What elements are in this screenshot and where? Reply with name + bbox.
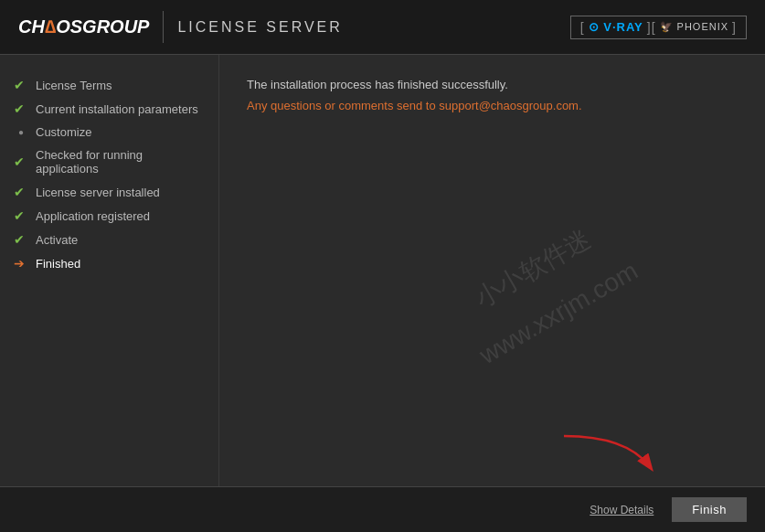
show-details-link[interactable]: Show Details [590,504,653,516]
sidebar-item-label: License Terms [36,79,112,92]
success-message: The installation process has finished su… [247,78,738,91]
main-area: ✔ License Terms ✔ Current installation p… [0,55,765,486]
sidebar-item-label: Current installation parameters [36,102,198,116]
chaos-logo: CH∆OSGROUP [18,16,149,37]
phoenix-icon: 🦅 PHOENIX [660,21,729,33]
sidebar-item-license-installed: ✔ License server installed [14,180,205,204]
sidebar-item-customize: ● Customize [14,121,205,144]
sidebar-item-label: Application registered [36,209,150,223]
content-panel: The installation process has finished su… [219,55,765,486]
finish-button[interactable]: Finish [672,497,747,522]
sidebar-item-label: License server installed [36,186,160,199]
sidebar-item-label: Checked for running applications [36,148,205,176]
sidebar-item-label: Finished [36,257,80,271]
sidebar-item-label: Activate [36,233,78,247]
app-title: LICENSE SERVER [177,19,342,36]
sidebar-item-app-registered: ✔ Application registered [14,204,205,228]
sidebar: ✔ License Terms ✔ Current installation p… [0,55,219,486]
vray-badge: [ ⊙ V·RAY ][ 🦅 PHOENIX ] [570,16,747,39]
check-icon: ✔ [14,78,28,92]
vray-icon: ⊙ V·RAY [589,20,643,34]
sidebar-item-finished: ➔ Finished [14,251,205,275]
check-icon: ✔ [14,232,28,247]
bottom-bar: Show Details Finish [0,486,765,532]
check-icon: ✔ [14,101,28,116]
sidebar-item-installation-params: ✔ Current installation parameters [14,97,205,121]
arrow-right-icon: ➔ [14,256,28,271]
header: CH∆OSGROUP LICENSE SERVER [ ⊙ V·RAY ][ 🦅… [0,0,765,55]
header-divider [163,11,164,43]
sidebar-item-label: Customize [36,125,91,139]
sidebar-item-license-terms: ✔ License Terms [14,73,205,97]
contact-message: Any questions or comments send to suppor… [247,99,738,112]
check-icon: ✔ [14,185,28,199]
check-icon: ✔ [14,154,28,169]
sidebar-item-checked-running: ✔ Checked for running applications [14,144,205,180]
sidebar-item-activate: ✔ Activate [14,228,205,251]
dot-icon: ● [14,127,28,137]
header-left: CH∆OSGROUP LICENSE SERVER [18,11,343,43]
check-icon: ✔ [14,208,28,223]
header-brands: [ ⊙ V·RAY ][ 🦅 PHOENIX ] [570,16,747,39]
watermark: 小小软件迷 www.xxrjm.com [443,202,648,379]
